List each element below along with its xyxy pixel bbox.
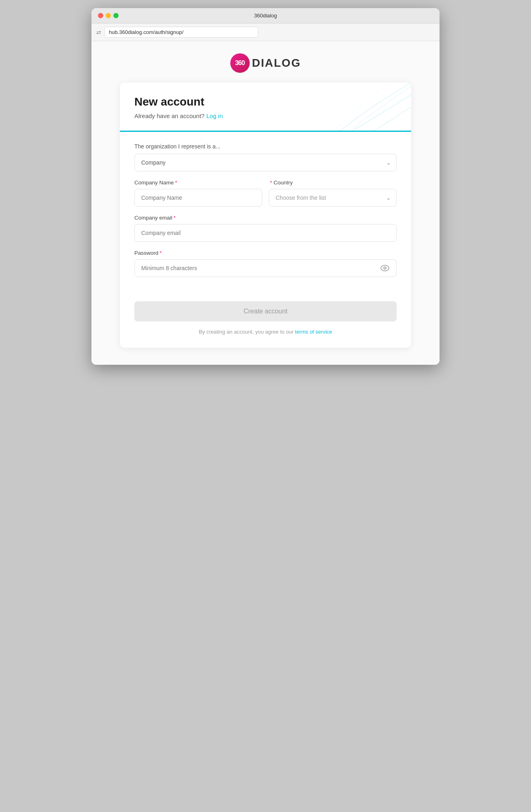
maximize-button[interactable]	[113, 13, 119, 18]
org-label: The organization I represent is a...	[134, 143, 397, 150]
terms-text: By creating an account, you agree to our…	[134, 329, 397, 335]
password-group: Password*	[134, 250, 397, 277]
card-body: The organization I represent is a... Com…	[120, 132, 411, 348]
password-input[interactable]	[134, 259, 397, 277]
address-bar[interactable]: hub.360dialog.com/auth/signup/	[104, 27, 258, 38]
subtitle-text: Already have an account?	[134, 112, 204, 119]
company-name-input[interactable]	[134, 189, 262, 207]
close-button[interactable]	[98, 13, 103, 18]
company-name-required: *	[175, 180, 177, 186]
org-type-group: The organization I represent is a... Com…	[134, 143, 397, 171]
logo-text: DIALOG	[252, 57, 301, 70]
company-email-input[interactable]	[134, 224, 397, 242]
password-wrapper	[134, 259, 397, 277]
password-required: *	[159, 250, 161, 256]
logo: 360 DIALOG	[230, 53, 301, 73]
window-title: 360dialog	[254, 13, 277, 19]
signup-card: New account Already have an account? Log…	[120, 82, 411, 348]
browser-titlebar: 360dialog	[91, 8, 440, 23]
terms-prefix: By creating an account, you agree to our	[199, 329, 293, 335]
spacer	[134, 285, 397, 298]
card-header: New account Already have an account? Log…	[120, 82, 411, 132]
browser-window: 360dialog ⇄ hub.360dialog.com/auth/signu…	[91, 8, 440, 365]
company-name-group: Company Name*	[134, 180, 262, 207]
terms-link[interactable]: terms of service	[295, 329, 332, 335]
eye-icon	[380, 264, 389, 272]
create-account-button[interactable]: Create account	[134, 301, 397, 321]
logo-circle: 360	[230, 53, 250, 73]
card-subtitle: Already have an account? Log in	[134, 112, 397, 119]
country-select[interactable]: Choose from the list	[269, 189, 397, 207]
navigation-icon: ⇄	[96, 29, 101, 36]
org-type-select[interactable]: Company Agency Individual Other	[134, 154, 397, 171]
password-label: Password*	[134, 250, 397, 256]
country-required: *	[270, 180, 272, 186]
country-select-wrapper: Choose from the list ⌄	[269, 189, 397, 207]
email-group: Company email*	[134, 215, 397, 242]
traffic-lights	[98, 13, 119, 18]
card-title: New account	[134, 95, 397, 108]
logo-container: 360 DIALOG	[100, 53, 431, 73]
svg-point-2	[384, 268, 385, 269]
logo-circle-text: 360	[235, 59, 245, 67]
minimize-button[interactable]	[106, 13, 111, 18]
org-select-wrapper: Company Agency Individual Other ⌄	[134, 154, 397, 171]
name-country-row: Company Name* * Country Choose from the …	[134, 180, 397, 207]
company-name-label: Company Name*	[134, 180, 262, 186]
browser-toolbar: ⇄ hub.360dialog.com/auth/signup/	[91, 23, 440, 41]
login-link[interactable]: Log in	[206, 112, 223, 119]
email-label: Company email*	[134, 215, 397, 221]
email-required: *	[174, 215, 176, 221]
page-content: 360 DIALOG New account Already have	[91, 41, 440, 365]
country-label: * Country	[269, 180, 397, 186]
password-toggle-button[interactable]	[379, 263, 391, 273]
country-group: * Country Choose from the list ⌄	[269, 180, 397, 207]
